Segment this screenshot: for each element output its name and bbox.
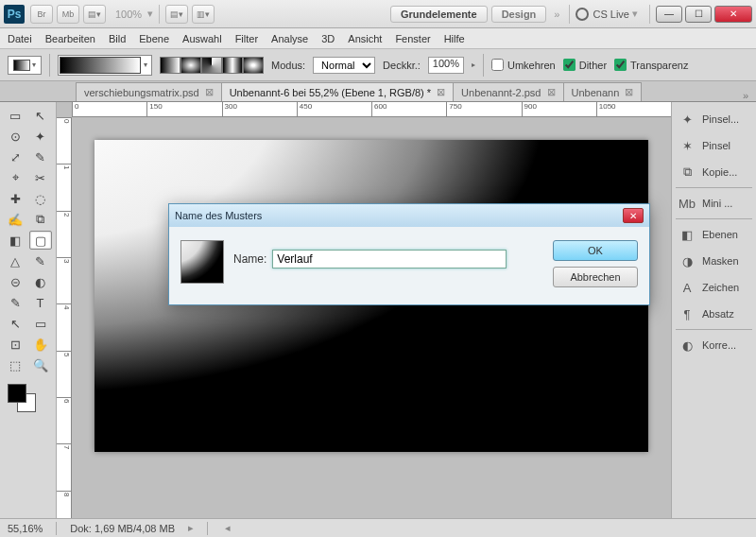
panel-button[interactable]: ✦Pinsel... <box>672 106 756 132</box>
ok-button[interactable]: OK <box>553 240 638 261</box>
screen-mode-button[interactable]: ▤▾ <box>165 5 188 24</box>
panel-button[interactable]: ◧Ebenen <box>672 221 756 248</box>
panels-dock: ✦Pinsel...✶Pinsel⧉Kopie...MbMini ...◧Ebe… <box>671 102 756 537</box>
tool-item[interactable]: ✋ <box>29 335 52 354</box>
ruler-vertical: 012345678 <box>57 117 72 537</box>
tool-item[interactable]: ⌖ <box>4 168 26 187</box>
gradient-picker[interactable]: ▾ <box>58 55 152 76</box>
tool-item[interactable]: ⧉ <box>29 210 52 229</box>
canvas-area[interactable]: 01503004506007509001050 012345678 <box>57 102 671 537</box>
close-icon[interactable]: ⊠ <box>205 86 214 98</box>
gradient-radial[interactable] <box>180 57 201 74</box>
menu-ebene[interactable]: Ebene <box>139 33 169 44</box>
tool-item[interactable]: ▭ <box>4 106 26 125</box>
tool-item[interactable]: ⊝ <box>4 272 26 291</box>
tool-preset[interactable]: ▾ <box>8 56 42 75</box>
tool-item[interactable]: T <box>29 293 52 312</box>
panel-icon: ✶ <box>679 138 695 153</box>
tool-item[interactable]: ◌ <box>29 189 52 208</box>
tool-item[interactable]: ✚ <box>4 189 26 208</box>
menu-filter[interactable]: Filter <box>235 33 258 44</box>
menu-datei[interactable]: Datei <box>8 33 32 44</box>
tool-item[interactable]: ⬚ <box>4 355 26 374</box>
tool-item[interactable]: ✎ <box>29 147 52 166</box>
menu-ansicht[interactable]: Ansicht <box>348 33 382 44</box>
tabs-overflow[interactable]: » <box>735 90 756 101</box>
document-tab[interactable]: Unbenann⊠ <box>563 82 643 101</box>
status-doc-size[interactable]: Dok: 1,69 MB/4,08 MB <box>70 523 175 534</box>
panel-button[interactable]: AZeichen <box>672 274 756 301</box>
close-icon[interactable]: ⊠ <box>437 86 445 98</box>
workspace-more[interactable]: » <box>554 9 559 20</box>
tool-item[interactable]: 🔍 <box>29 355 52 374</box>
gradient-angle[interactable] <box>201 57 222 74</box>
menu-bild[interactable]: Bild <box>109 33 126 44</box>
document-tab[interactable]: Unbenannt-6 bei 55,2% (Ebene 1, RGB/8) *… <box>221 82 454 101</box>
tool-item[interactable]: ↖ <box>4 314 26 333</box>
cs-live-button[interactable]: CS Live ▾ <box>576 8 638 21</box>
transparency-checkbox[interactable] <box>614 59 627 71</box>
cancel-button[interactable]: Abbrechen <box>553 267 638 287</box>
window-close[interactable]: ✕ <box>714 6 752 23</box>
close-icon[interactable]: ⊠ <box>625 86 633 98</box>
dialog-close-button[interactable]: ✕ <box>623 208 644 223</box>
tool-item[interactable]: ✎ <box>29 251 52 270</box>
status-more-icon[interactable]: ▸ <box>188 522 194 534</box>
tool-item[interactable]: ⤢ <box>4 147 26 166</box>
panel-icon: ◧ <box>679 227 695 242</box>
menu-analyse[interactable]: Analyse <box>271 33 308 44</box>
close-icon[interactable]: ⊠ <box>547 86 556 98</box>
color-swatch[interactable] <box>4 380 52 414</box>
document-tab[interactable]: verschiebungsmatrix.psd⊠ <box>76 82 222 101</box>
name-field-label: Name: <box>233 252 266 266</box>
tool-item[interactable]: ✍ <box>4 210 26 229</box>
tool-item[interactable]: ▭ <box>29 314 52 333</box>
zoom-level[interactable]: 100% <box>115 9 142 20</box>
tool-item[interactable]: ↖ <box>29 106 52 125</box>
workspace-essentials[interactable]: Grundelemente <box>390 6 488 23</box>
status-zoom[interactable]: 55,16% <box>8 523 43 534</box>
document-tab[interactable]: Unbenannt-2.psd⊠ <box>453 82 563 101</box>
tool-item[interactable]: ✎ <box>4 293 26 312</box>
menu-bearbeiten[interactable]: Bearbeiten <box>45 33 95 44</box>
bridge-button[interactable]: Br <box>30 5 53 24</box>
dither-label: Dither <box>579 60 607 71</box>
tool-item[interactable]: ✂ <box>29 168 52 187</box>
workspace-design[interactable]: Design <box>491 6 547 23</box>
panel-button[interactable]: ✶Pinsel <box>672 132 756 159</box>
tool-item[interactable]: ◧ <box>4 231 26 250</box>
scroll-left-icon[interactable]: ◂ <box>225 522 231 534</box>
layout-button[interactable]: ▤▾ <box>83 5 106 24</box>
gradient-linear[interactable] <box>160 57 180 74</box>
panel-button[interactable]: MbMini ... <box>672 190 756 217</box>
gradient-diamond[interactable] <box>243 57 264 74</box>
name-field-input[interactable] <box>272 250 507 268</box>
dither-checkbox[interactable] <box>563 59 576 71</box>
panel-button[interactable]: ◑Masken <box>672 248 756 274</box>
tool-item[interactable]: ✦ <box>29 127 52 146</box>
blend-mode-select[interactable]: Normal <box>313 57 375 74</box>
panel-icon: ◑ <box>679 253 695 268</box>
menu-fenster[interactable]: Fenster <box>395 33 430 44</box>
dialog-title: Name des Musters <box>175 210 262 221</box>
gradient-reflected[interactable] <box>222 57 243 74</box>
panel-icon: ¶ <box>679 306 695 321</box>
tool-item[interactable]: △ <box>4 251 26 270</box>
panel-button[interactable]: ◐Korre... <box>672 332 756 358</box>
tool-item[interactable]: ◐ <box>29 272 52 291</box>
tool-item[interactable]: ⊡ <box>4 335 26 354</box>
window-minimize[interactable]: — <box>656 6 682 23</box>
menu-3d[interactable]: 3D <box>321 33 335 44</box>
panel-button[interactable]: ¶Absatz <box>672 301 756 327</box>
opacity-value[interactable]: 100% <box>428 57 464 74</box>
reverse-checkbox[interactable] <box>491 59 504 71</box>
minibridge-button[interactable]: Mb <box>57 5 79 24</box>
panel-button[interactable]: ⧉Kopie... <box>672 159 756 185</box>
blend-mode-label: Modus: <box>271 60 305 71</box>
menu-auswahl[interactable]: Auswahl <box>182 33 222 44</box>
menu-hilfe[interactable]: Hilfe <box>444 33 465 44</box>
arrange-button[interactable]: ▥▾ <box>192 5 215 24</box>
tool-item[interactable]: ⊙ <box>4 127 26 146</box>
window-maximize[interactable]: ☐ <box>685 6 712 23</box>
tool-item[interactable]: ▢ <box>29 231 52 250</box>
